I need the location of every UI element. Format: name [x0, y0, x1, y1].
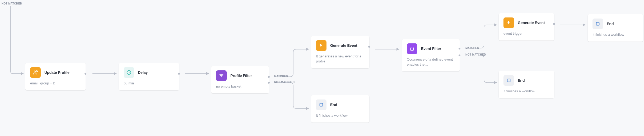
generate-event-icon — [503, 17, 514, 28]
output-port[interactable] — [553, 23, 555, 25]
edge-label-matched: MATCHED — [465, 47, 479, 49]
output-port[interactable] — [368, 46, 370, 48]
node-title: Event Filter — [421, 47, 441, 51]
svg-rect-2 — [320, 103, 323, 106]
node-event-filter[interactable]: Event Filter Occurrence of a defined eve… — [402, 39, 460, 71]
node-subtitle: 60 min — [124, 81, 174, 86]
node-title: Generate Event — [518, 21, 545, 25]
edge-label-not-matched: NOT MATCHED — [465, 53, 486, 56]
end-icon — [592, 19, 603, 29]
output-port-not-matched[interactable] — [268, 82, 270, 84]
edge-label-not-matched: NOT MATCHED — [274, 81, 295, 84]
generate-event-icon — [316, 40, 326, 51]
edge-label-matched: MATCHED — [274, 75, 288, 78]
svg-rect-3 — [507, 79, 510, 82]
node-title: Generate Event — [330, 43, 357, 48]
node-update-profile[interactable]: Update Profile email_group = D — [25, 63, 86, 90]
node-title: Delay — [138, 70, 148, 75]
node-delay[interactable]: Delay 60 min — [119, 63, 179, 90]
node-end[interactable]: End It finishes a workflow — [311, 95, 369, 123]
svg-point-0 — [34, 71, 36, 72]
node-subtitle: It finishes a workflow — [592, 32, 638, 37]
update-profile-icon — [30, 67, 41, 78]
node-title: End — [607, 22, 614, 26]
node-subtitle: no empty basket — [216, 84, 264, 89]
end-icon — [503, 75, 514, 86]
output-port[interactable] — [178, 73, 180, 75]
output-port-not-matched[interactable] — [459, 55, 460, 56]
node-generate-event[interactable]: Generate Event It generates a new event … — [311, 36, 369, 68]
node-title: End — [330, 103, 337, 107]
node-subtitle: email_group = D — [30, 81, 81, 86]
node-title: Profile Filter — [230, 74, 252, 78]
node-subtitle: event trigger — [503, 31, 549, 36]
node-subtitle: Occurrence of a defined event enables th… — [407, 57, 455, 67]
svg-rect-4 — [596, 22, 599, 25]
node-subtitle: It generates a new event for a profile — [316, 54, 365, 64]
output-port[interactable] — [85, 73, 86, 75]
output-port-matched[interactable] — [268, 76, 270, 78]
filter-icon — [216, 70, 227, 81]
bell-icon — [407, 43, 417, 54]
end-icon — [316, 99, 326, 110]
output-port-matched[interactable] — [459, 48, 460, 49]
node-subtitle: It finishes a workflow — [503, 89, 549, 94]
clock-icon — [124, 67, 134, 78]
node-subtitle: It finishes a workflow — [316, 113, 365, 118]
node-title: End — [518, 78, 525, 83]
node-generate-event[interactable]: Generate Event event trigger — [499, 13, 554, 40]
node-end[interactable]: End It finishes a workflow — [588, 14, 643, 42]
node-end[interactable]: End It finishes a workflow — [499, 71, 554, 98]
node-profile-filter[interactable]: Profile Filter no empty basket — [211, 66, 269, 93]
node-title: Update Profile — [44, 70, 69, 75]
edge-label-not-matched: NOT MATCHED — [2, 2, 22, 5]
